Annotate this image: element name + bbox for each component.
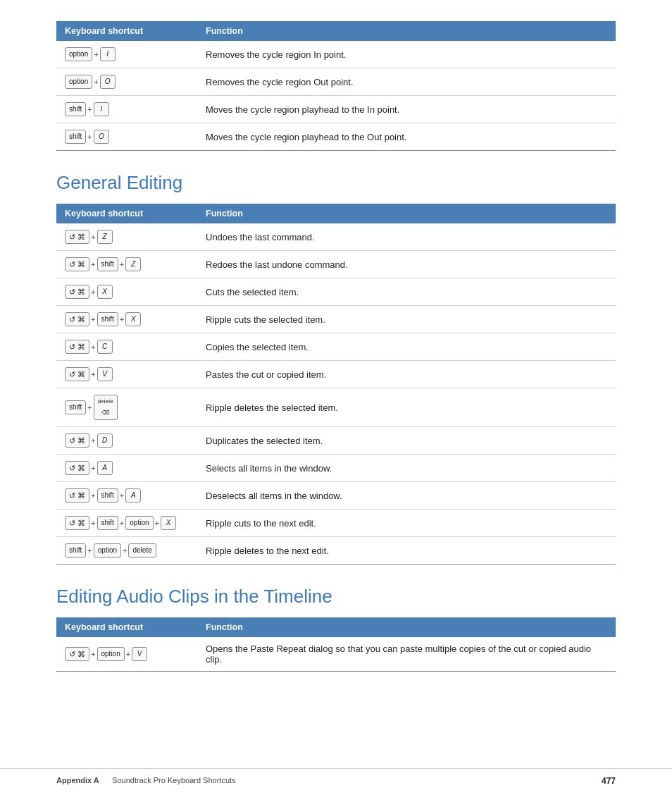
d-key: D xyxy=(97,433,113,448)
function-cell: Ripple cuts to the next edit. xyxy=(197,510,616,537)
function-cell: Pastes the cut or copied item. xyxy=(197,361,616,388)
general-editing-table: Keyboard shortcut Function ↺ ⌘ + Z Undoe… xyxy=(56,204,616,565)
key-combo: ↺ ⌘ + shift + A xyxy=(65,488,141,503)
table-row: ↺ ⌘ + C Copies the selected item. xyxy=(56,333,616,361)
table-row: ↺ ⌘ + shift + option + X Ripple cuts to … xyxy=(56,510,616,537)
shift-key: shift xyxy=(97,257,118,271)
shortcut-cell: ↺ ⌘ + option + V xyxy=(56,637,197,672)
shortcut-cell: shift + I xyxy=(56,96,197,123)
table-row: ↺ ⌘ + V Pastes the cut or copied item. xyxy=(56,361,616,388)
function-cell: Moves the cycle region playhead to the O… xyxy=(197,123,616,151)
table-row: ↺ ⌘ + A Selects all items in the window. xyxy=(56,455,616,482)
cmd-key: ↺ ⌘ xyxy=(65,340,89,354)
footer-separator xyxy=(101,776,110,784)
shift-key: shift xyxy=(97,312,118,326)
shift-key: shift xyxy=(97,488,118,503)
o-key: O xyxy=(100,75,116,89)
function-cell: Opens the Paste Repeat dialog so that yo… xyxy=(197,637,616,672)
delete-key: delete xyxy=(128,543,156,557)
shortcut-cell: shift + delete⌫ xyxy=(56,388,197,427)
cmd-key: ↺ ⌘ xyxy=(65,516,89,530)
cmd-key: ↺ ⌘ xyxy=(65,461,89,475)
editing-audio-clips-table: Keyboard shortcut Function ↺ ⌘ + option … xyxy=(56,617,616,672)
table-row: ↺ ⌘ + shift + Z Redoes the last undone c… xyxy=(56,251,616,278)
function-cell: Ripple cuts the selected item. xyxy=(197,306,616,333)
shift-key: shift xyxy=(97,516,118,530)
cmd-key: ↺ ⌘ xyxy=(65,433,89,448)
v-key: V xyxy=(97,367,113,381)
col-header-function: Function xyxy=(197,21,616,41)
col-header-function: Function xyxy=(197,204,616,223)
col-header-shortcut: Keyboard shortcut xyxy=(56,21,197,41)
col-header-shortcut: Keyboard shortcut xyxy=(56,204,197,223)
page-number: 477 xyxy=(602,776,616,786)
c-key: C xyxy=(97,340,113,354)
shortcut-cell: ↺ ⌘ + X xyxy=(56,278,197,306)
key-combo: ↺ ⌘ + A xyxy=(65,461,113,475)
cmd-key: ↺ ⌘ xyxy=(65,285,89,299)
table-row: ↺ ⌘ + shift + X Ripple cuts the selected… xyxy=(56,306,616,333)
key-combo: ↺ ⌘ + Z xyxy=(65,230,113,244)
delete-key: delete⌫ xyxy=(94,395,118,420)
footer: Appendix A Soundtrack Pro Keyboard Short… xyxy=(0,768,672,786)
option-key: option xyxy=(65,47,92,61)
table-row: ↺ ⌘ + X Cuts the selected item. xyxy=(56,278,616,306)
i-key: I xyxy=(100,47,116,61)
general-editing-title: General Editing xyxy=(56,172,616,194)
cmd-key: ↺ ⌘ xyxy=(65,257,89,271)
cmd-key: ↺ ⌘ xyxy=(65,647,89,661)
function-cell: Selects all items in the window. xyxy=(197,455,616,482)
function-cell: Ripple deletes to the next edit. xyxy=(197,537,616,565)
col-header-shortcut: Keyboard shortcut xyxy=(56,617,197,637)
cmd-key: ↺ ⌘ xyxy=(65,488,89,503)
shortcut-cell: shift + option + delete xyxy=(56,537,197,565)
shift-key: shift xyxy=(65,400,86,414)
v-key: V xyxy=(132,647,147,661)
function-cell: Redoes the last undone command. xyxy=(197,251,616,278)
shortcut-cell: option + O xyxy=(56,68,197,96)
col-header-function: Function xyxy=(197,617,616,637)
key-combo: shift + option + delete xyxy=(65,543,156,557)
function-cell: Duplicates the selected item. xyxy=(197,427,616,455)
shift-key: shift xyxy=(65,130,86,144)
table-row: shift + delete⌫ Ripple deletes the selec… xyxy=(56,388,616,427)
shortcut-cell: ↺ ⌘ + D xyxy=(56,427,197,455)
key-combo: ↺ ⌘ + shift + Z xyxy=(65,257,141,271)
key-combo: shift + O xyxy=(65,130,109,144)
function-cell: Removes the cycle region Out point. xyxy=(197,68,616,96)
shortcut-cell: option + I xyxy=(56,41,197,68)
function-cell: Undoes the last command. xyxy=(197,223,616,251)
key-combo: ↺ ⌘ + V xyxy=(65,367,113,381)
appendix-text: Soundtrack Pro Keyboard Shortcuts xyxy=(112,776,235,784)
i-key: I xyxy=(94,102,109,116)
cmd-key: ↺ ⌘ xyxy=(65,230,89,244)
option-key: option xyxy=(125,516,153,530)
a-key: A xyxy=(97,461,113,475)
shortcut-cell: ↺ ⌘ + V xyxy=(56,361,197,388)
shortcut-cell: ↺ ⌘ + shift + A xyxy=(56,482,197,510)
function-cell: Moves the cycle region playhead to the I… xyxy=(197,96,616,123)
shift-key: shift xyxy=(65,543,86,557)
shortcut-cell: ↺ ⌘ + shift + option + X xyxy=(56,510,197,537)
table-row: ↺ ⌘ + shift + A Deselects all items in t… xyxy=(56,482,616,510)
shortcut-cell: ↺ ⌘ + A xyxy=(56,455,197,482)
key-combo: option + I xyxy=(65,47,116,61)
footer-left: Appendix A Soundtrack Pro Keyboard Short… xyxy=(56,776,236,786)
table-row: shift + option + delete Ripple deletes t… xyxy=(56,537,616,565)
key-combo: ↺ ⌘ + shift + option + X xyxy=(65,516,176,530)
a-key: A xyxy=(125,488,141,503)
function-cell: Removes the cycle region In point. xyxy=(197,41,616,68)
appendix-label: Appendix A xyxy=(56,776,99,784)
x-key: X xyxy=(97,285,113,299)
table-row: ↺ ⌘ + D Duplicates the selected item. xyxy=(56,427,616,455)
shortcut-cell: ↺ ⌘ + C xyxy=(56,333,197,361)
table-row: option + I Removes the cycle region In p… xyxy=(56,41,616,68)
option-key: option xyxy=(97,647,125,661)
option-key: option xyxy=(94,543,121,557)
key-combo: ↺ ⌘ + D xyxy=(65,433,113,448)
key-combo: shift + delete⌫ xyxy=(65,395,118,420)
key-combo: ↺ ⌘ + shift + X xyxy=(65,312,141,326)
top-shortcuts-table: Keyboard shortcut Function option + I Re… xyxy=(56,21,616,151)
x-key: X xyxy=(161,516,176,530)
function-cell: Deselects all items in the window. xyxy=(197,482,616,510)
